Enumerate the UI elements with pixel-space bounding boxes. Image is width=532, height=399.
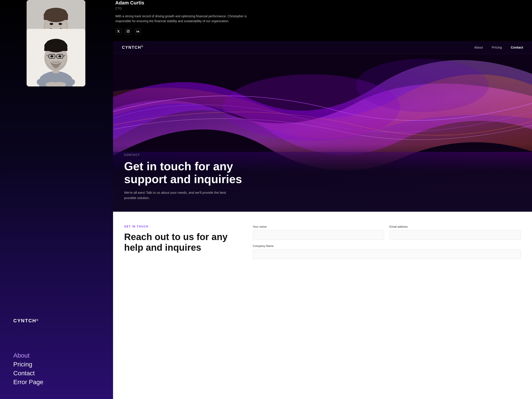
form-right-fields: Your name Email address Company Name [253,225,521,264]
nav-links: About Pricing Contact [474,45,523,49]
svg-point-6 [58,23,62,25]
form-main-title: Reach out to us for any help and inquire… [124,232,235,253]
left-panel: CYNTCH® About Pricing Contact Error Page [0,0,113,399]
contact-form-section: GET IN TOUCH Reach out to us for any hel… [113,212,532,399]
nav-item-pricing[interactable]: Pricing [13,361,43,368]
contact-hero-subtitle: We're all ears! Talk to us about your ne… [124,190,235,201]
person1-name: Adam Curtis [115,0,523,6]
nav-logo: CYNTCH® [122,45,143,50]
svg-point-21 [50,55,53,57]
nav-item-error[interactable]: Error Page [13,379,43,386]
nav-about[interactable]: About [474,45,483,49]
form-row-company: Company Name [253,244,521,259]
footer-nav: About Pricing Contact Error Page [13,352,43,386]
social-instagram-icon[interactable] [125,28,131,34]
hero-content: CONTACT Get in touch for any support and… [113,145,532,211]
form-row-name-email: Your name Email address [253,225,521,240]
svg-point-30 [356,59,489,112]
hero-section: CYNTCH® About Pricing Contact CONTACT Ge… [113,41,532,212]
social-linkedin-icon[interactable] [135,28,141,34]
person1-bio-text: With a strong track record of driving gr… [115,14,248,24]
name-label: Your name [253,225,384,228]
nav-item-about[interactable]: About [13,352,43,359]
nav-item-contact[interactable]: Contact [13,370,43,377]
form-group-email: Email address [389,225,521,240]
form-group-company: Company Name [253,244,521,259]
form-left-content: GET IN TOUCH Reach out to us for any hel… [124,225,235,253]
email-label: Email address [389,225,521,228]
company-input[interactable] [253,249,521,259]
social-x-icon[interactable] [115,28,121,34]
svg-point-25 [129,30,129,31]
person1-socials [115,28,523,34]
navbar: CYNTCH® About Pricing Contact [113,41,532,54]
svg-point-26 [137,30,137,30]
person1-bio-strip: Adam Curtis CTO With a strong track reco… [113,0,532,41]
contact-hero-title: Get in touch for any support and inquiri… [124,160,257,185]
name-input[interactable] [253,230,384,240]
svg-point-5 [50,23,53,25]
person1-role: CTO [115,7,523,10]
email-input[interactable] [389,230,521,240]
right-panel: Adam Curtis CTO With a strong track reco… [113,0,532,399]
svg-rect-23 [127,30,129,32]
person2-photo [27,29,85,86]
footer-logo: CYNTCH® [13,318,39,324]
form-group-name: Your name [253,225,384,240]
contact-section-label: CONTACT [124,153,521,157]
svg-point-22 [58,55,61,57]
svg-point-24 [127,31,129,32]
company-label: Company Name [253,244,521,248]
form-section-label: GET IN TOUCH [124,225,235,228]
nav-contact[interactable]: Contact [511,45,523,49]
nav-pricing[interactable]: Pricing [492,45,502,49]
person2-card [27,29,100,86]
